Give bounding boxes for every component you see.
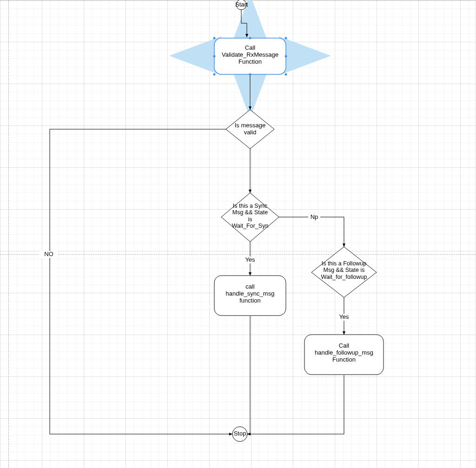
svg-point-5: [213, 73, 216, 76]
diagram-canvas[interactable]: Start Call Validate_RxMessage Function I…: [0, 0, 476, 468]
svg-point-7: [285, 73, 287, 76]
edge-label-np: Np: [308, 214, 320, 221]
svg-point-2: [285, 37, 287, 40]
is-sync-label: Is this a Sync Msg && State is Wait_For_…: [222, 203, 278, 230]
edge-label-no: NO: [40, 251, 58, 258]
start-label: Start: [235, 1, 247, 8]
handle-sync-label: call handle_sync_msg function: [214, 283, 286, 304]
nodes-layer: [0, 0, 476, 468]
is-followup-label: Is this a Followup Msg && State is Wait_…: [311, 260, 377, 280]
edge-label-yes-followup: Yes: [336, 314, 352, 321]
svg-point-1: [249, 37, 251, 40]
validate-label: Call Validate_RxMessage Function: [214, 45, 286, 66]
svg-point-0: [213, 37, 216, 40]
handle-followup-label: Call handle_followup_msg Function: [304, 343, 383, 363]
edge-label-yes-sync: Yes: [242, 257, 258, 264]
svg-point-6: [249, 73, 251, 76]
is-valid-label: Is message valid: [229, 122, 271, 136]
stop-label: Stop: [233, 430, 247, 437]
